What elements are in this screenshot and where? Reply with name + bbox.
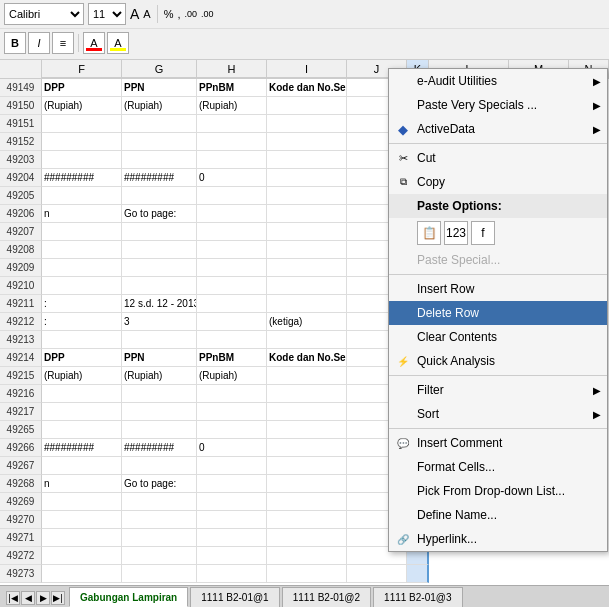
clear-contents-item[interactable]: Clear Contents (389, 325, 607, 349)
cell-G[interactable] (122, 277, 197, 295)
cell-H[interactable] (197, 511, 267, 529)
dec-increase-btn[interactable]: .00 (201, 9, 214, 19)
cell-F[interactable] (42, 385, 122, 403)
cell-F[interactable] (42, 241, 122, 259)
cell-G[interactable] (122, 529, 197, 547)
paste-icon-btn3[interactable]: f (471, 221, 495, 245)
cell-F[interactable] (42, 403, 122, 421)
cell-I[interactable] (267, 475, 347, 493)
cell-G[interactable]: 3 (122, 313, 197, 331)
cell-J[interactable] (347, 565, 407, 583)
tab-last-button[interactable]: ▶| (51, 591, 65, 605)
cell-I[interactable] (267, 187, 347, 205)
cell-G[interactable]: PPN (122, 349, 197, 367)
cell-G[interactable]: ######### (122, 439, 197, 457)
cell-H[interactable] (197, 475, 267, 493)
cell-I[interactable] (267, 403, 347, 421)
cell-H[interactable] (197, 331, 267, 349)
cell-I[interactable] (267, 295, 347, 313)
paste-icon-btn1[interactable]: 📋 (417, 221, 441, 245)
cell-I[interactable] (267, 259, 347, 277)
cell-F[interactable]: (Rupiah) (42, 97, 122, 115)
cell-F[interactable]: ######### (42, 169, 122, 187)
tab-next-button[interactable]: ▶ (36, 591, 50, 605)
insert-row-item[interactable]: Insert Row (389, 277, 607, 301)
active-data-item[interactable]: ◆ ActiveData ▶ (389, 117, 607, 141)
decrease-font-icon[interactable]: A (143, 8, 150, 20)
cell-F[interactable] (42, 547, 122, 565)
cell-F[interactable] (42, 115, 122, 133)
cell-H[interactable] (197, 259, 267, 277)
cell-G[interactable] (122, 421, 197, 439)
cell-H[interactable] (197, 115, 267, 133)
cell-F[interactable] (42, 421, 122, 439)
cell-I[interactable] (267, 439, 347, 457)
cell-H[interactable] (197, 187, 267, 205)
cell-G[interactable] (122, 385, 197, 403)
cell-G[interactable] (122, 241, 197, 259)
cell-G[interactable] (122, 493, 197, 511)
cell-G[interactable] (122, 115, 197, 133)
paste-special-item[interactable]: Paste Special... (389, 248, 607, 272)
cell-F[interactable] (42, 133, 122, 151)
col-header-I[interactable]: I (267, 60, 347, 78)
cell-F[interactable]: : (42, 295, 122, 313)
tab-prev-button[interactable]: ◀ (21, 591, 35, 605)
cell-I[interactable] (267, 151, 347, 169)
cell-G[interactable] (122, 223, 197, 241)
cell-I[interactable]: (ketiga) (267, 313, 347, 331)
col-header-F[interactable]: F (42, 60, 122, 78)
cell-I[interactable]: Kode dan No.Seri Fa (267, 79, 347, 97)
paste-icon-btn2[interactable]: 123 (444, 221, 468, 245)
cell-I[interactable] (267, 511, 347, 529)
dec-decrease-btn[interactable]: .00 (185, 9, 198, 19)
cell-G[interactable] (122, 331, 197, 349)
insert-comment-item[interactable]: 💬 Insert Comment (389, 431, 607, 455)
cell-F[interactable] (42, 493, 122, 511)
cell-I[interactable] (267, 331, 347, 349)
cell-H[interactable] (197, 385, 267, 403)
cell-F[interactable] (42, 457, 122, 475)
cell-I[interactable] (267, 241, 347, 259)
cell-K[interactable] (407, 565, 429, 583)
cell-F[interactable]: (Rupiah) (42, 367, 122, 385)
cell-I[interactable] (267, 565, 347, 583)
cell-I[interactable] (267, 205, 347, 223)
cell-G[interactable]: Go to page: (122, 475, 197, 493)
format-cells-item[interactable]: Format Cells... (389, 455, 607, 479)
cell-G[interactable] (122, 151, 197, 169)
cell-H[interactable]: 0 (197, 439, 267, 457)
cell-F[interactable] (42, 565, 122, 583)
cell-G[interactable] (122, 547, 197, 565)
cell-G[interactable] (122, 565, 197, 583)
cell-F[interactable] (42, 187, 122, 205)
cell-G[interactable] (122, 511, 197, 529)
cell-F[interactable]: DPP (42, 349, 122, 367)
define-name-item[interactable]: Define Name... (389, 503, 607, 527)
cell-I[interactable]: Kode dan No.Seri Fa (267, 349, 347, 367)
cell-H[interactable] (197, 421, 267, 439)
italic-button[interactable]: I (28, 32, 50, 54)
cell-H[interactable] (197, 295, 267, 313)
cell-F[interactable] (42, 277, 122, 295)
cell-F[interactable] (42, 511, 122, 529)
cell-I[interactable] (267, 547, 347, 565)
cell-H[interactable] (197, 223, 267, 241)
font-size-select[interactable]: 11 (88, 3, 126, 25)
copy-item[interactable]: ⧉ Copy (389, 170, 607, 194)
cell-H[interactable]: PPnBM (197, 79, 267, 97)
highlight-color-button[interactable]: A (107, 32, 129, 54)
cell-G[interactable]: Go to page: (122, 205, 197, 223)
bold-button[interactable]: B (4, 32, 26, 54)
cell-H[interactable] (197, 313, 267, 331)
e-audit-utilities-item[interactable]: e-Audit Utilities ▶ (389, 69, 607, 93)
tab-2[interactable]: 1111 B2-01@2 (282, 587, 371, 607)
paste-very-specials-item[interactable]: Paste Very Specials ... ▶ (389, 93, 607, 117)
delete-row-item[interactable]: Delete Row (389, 301, 607, 325)
col-header-H[interactable]: H (197, 60, 267, 78)
cell-F[interactable] (42, 259, 122, 277)
cell-H[interactable] (197, 547, 267, 565)
cell-I[interactable] (267, 367, 347, 385)
cell-G[interactable] (122, 133, 197, 151)
font-color-button[interactable]: A (83, 32, 105, 54)
